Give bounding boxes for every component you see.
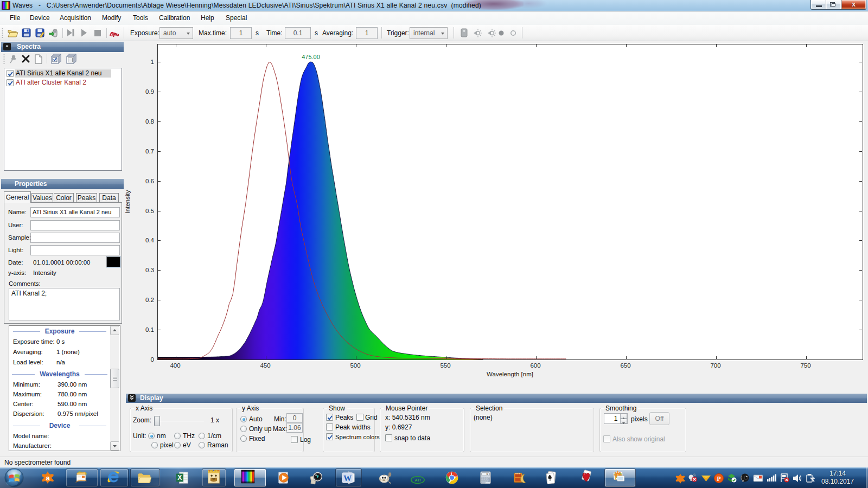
svg-text:0.1: 0.1 <box>145 326 154 333</box>
svg-text:0.3: 0.3 <box>145 267 154 273</box>
svg-text:0: 0 <box>487 473 488 476</box>
svg-text:1: 1 <box>151 59 154 65</box>
svg-text:400: 400 <box>170 362 180 369</box>
svg-text:a: a <box>46 474 50 482</box>
svg-text:0.9: 0.9 <box>145 88 154 95</box>
svg-text:0.2: 0.2 <box>145 297 154 303</box>
svg-text:0.4: 0.4 <box>145 237 155 243</box>
svg-text:W: W <box>343 474 352 483</box>
svg-text:450: 450 <box>260 362 270 369</box>
svg-text:0.6: 0.6 <box>145 178 154 184</box>
svg-text:750: 750 <box>800 362 810 369</box>
svg-text:0: 0 <box>151 356 154 363</box>
svg-text:ATI: ATI <box>414 478 421 483</box>
svg-text:650: 650 <box>620 362 630 369</box>
svg-text:700: 700 <box>710 362 720 369</box>
svg-text:500: 500 <box>350 362 360 369</box>
svg-text:P: P <box>717 475 720 483</box>
svg-text:0.7: 0.7 <box>145 148 154 155</box>
svg-text:Intensity: Intensity <box>125 190 131 213</box>
svg-text:0.8: 0.8 <box>145 118 154 125</box>
svg-text:Wavelength [nm]: Wavelength [nm] <box>487 371 533 377</box>
svg-text:475.00: 475.00 <box>302 54 320 60</box>
svg-text:550: 550 <box>440 362 450 369</box>
svg-text:600: 600 <box>530 362 540 369</box>
svg-text:0.5: 0.5 <box>145 208 154 214</box>
svg-text:X: X <box>177 474 182 481</box>
